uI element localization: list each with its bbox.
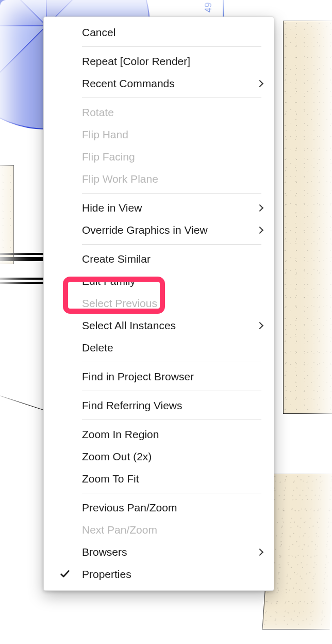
menu-separator bbox=[82, 193, 261, 194]
menu-item-label: Flip Work Plane bbox=[82, 173, 261, 185]
menu-item-label: Create Similar bbox=[82, 253, 261, 265]
menu-item-label: Find Referring Views bbox=[82, 399, 261, 412]
menu-item-label: Delete bbox=[82, 342, 261, 354]
menu-separator bbox=[82, 391, 261, 391]
menu-item-label: Hide in View bbox=[82, 202, 261, 214]
menu-separator bbox=[82, 244, 261, 245]
menu-separator bbox=[82, 362, 261, 362]
menu-item-zoom-in-region[interactable]: Zoom In Region bbox=[44, 423, 274, 445]
menu-item-label: Next Pan/Zoom bbox=[82, 524, 261, 536]
menu-item-find-in-browser[interactable]: Find in Project Browser bbox=[44, 365, 274, 388]
menu-item-label: Rotate bbox=[82, 106, 261, 119]
menu-item-flip-facing: Flip Facing bbox=[44, 146, 274, 168]
dimension-tick bbox=[223, 0, 224, 10]
wall-line bbox=[0, 282, 45, 284]
menu-item-flip-work-plane: Flip Work Plane bbox=[44, 168, 274, 190]
menu-item-edit-family[interactable]: Edit Family bbox=[44, 270, 274, 292]
menu-item-delete[interactable]: Delete bbox=[44, 336, 274, 359]
menu-item-zoom-to-fit[interactable]: Zoom To Fit bbox=[44, 468, 274, 490]
menu-item-label: Repeat [Color Render] bbox=[82, 55, 261, 68]
menu-item-label: Previous Pan/Zoom bbox=[82, 502, 261, 514]
menu-item-next-pan-zoom: Next Pan/Zoom bbox=[44, 519, 274, 541]
wall-hatch bbox=[0, 165, 14, 264]
menu-item-label: Cancel bbox=[82, 26, 261, 39]
menu-item-override-graphics[interactable]: Override Graphics in View bbox=[44, 219, 274, 241]
checkmark-icon bbox=[59, 568, 71, 579]
menu-separator bbox=[82, 493, 261, 493]
menu-item-cancel[interactable]: Cancel bbox=[44, 21, 274, 43]
menu-item-label: Flip Hand bbox=[82, 128, 261, 141]
menu-item-create-similar[interactable]: Create Similar bbox=[44, 248, 274, 270]
menu-item-label: Select Previous bbox=[82, 297, 261, 310]
menu-separator bbox=[82, 98, 261, 98]
menu-item-browsers[interactable]: Browsers bbox=[44, 541, 274, 563]
menu-item-hide-in-view[interactable]: Hide in View bbox=[44, 197, 274, 219]
menu-separator bbox=[82, 46, 261, 47]
menu-item-label: Flip Facing bbox=[82, 151, 261, 163]
menu-separator bbox=[82, 420, 261, 420]
dimension-label: 49 bbox=[203, 2, 213, 12]
menu-item-previous-pan-zoom[interactable]: Previous Pan/Zoom bbox=[44, 496, 274, 519]
wall-line bbox=[0, 278, 45, 280]
menu-item-label: Override Graphics in View bbox=[82, 224, 261, 236]
menu-item-flip-hand: Flip Hand bbox=[44, 123, 274, 146]
wall-hatch bbox=[283, 21, 332, 414]
menu-item-label: Select All Instances bbox=[82, 319, 261, 332]
menu-item-label: Browsers bbox=[82, 546, 261, 558]
menu-item-repeat[interactable]: Repeat [Color Render] bbox=[44, 50, 274, 72]
menu-item-label: Zoom Out (2x) bbox=[82, 450, 261, 463]
menu-item-select-previous: Select Previous bbox=[44, 292, 274, 314]
menu-item-label: Zoom To Fit bbox=[82, 473, 261, 485]
menu-item-properties[interactable]: Properties bbox=[44, 563, 274, 585]
menu-item-rotate: Rotate bbox=[44, 101, 274, 123]
menu-item-label: Recent Commands bbox=[82, 77, 261, 90]
menu-item-zoom-out-2x[interactable]: Zoom Out (2x) bbox=[44, 445, 274, 468]
context-menu: CancelRepeat [Color Render]Recent Comman… bbox=[43, 17, 274, 591]
menu-item-label: Find in Project Browser bbox=[82, 371, 261, 383]
menu-item-recent-commands[interactable]: Recent Commands bbox=[44, 72, 274, 94]
menu-item-select-all-instances[interactable]: Select All Instances bbox=[44, 314, 274, 336]
menu-item-label: Properties bbox=[82, 568, 261, 581]
menu-item-label: Zoom In Region bbox=[82, 428, 261, 441]
menu-item-label: Edit Family bbox=[82, 275, 261, 287]
menu-item-find-referring[interactable]: Find Referring Views bbox=[44, 394, 274, 416]
